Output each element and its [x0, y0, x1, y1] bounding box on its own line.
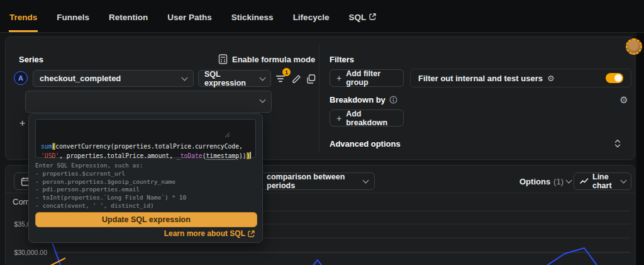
tab-label: Funnels: [57, 13, 89, 22]
options-count: (1): [553, 177, 564, 186]
chart-type-value: Line chart: [592, 172, 618, 190]
page-edge: [636, 33, 644, 265]
tab-retention[interactable]: Retention: [108, 2, 148, 32]
add-breakdown-label: Add breakdown: [346, 110, 397, 127]
resize-handle-icon[interactable]: [225, 113, 254, 156]
tab-stickiness[interactable]: Stickiness: [231, 2, 274, 32]
sql-help-line: - toInt(properties.`Long Field Name`) * …: [35, 194, 186, 202]
chart-type-select[interactable]: Line chart: [574, 172, 631, 190]
sql-help-line: - properties.$current_url: [35, 170, 186, 178]
breakdown-heading: Breakdown by: [330, 95, 386, 104]
edit-series-pencil-icon[interactable]: [290, 72, 303, 85]
sql-code-editor[interactable]: sum(convertCurrency(properties.totalPric…: [35, 119, 256, 158]
sql-expression-display[interactable]: sum(convertCurrency(properties.totalPric…: [25, 91, 272, 113]
comparison-select-value: comparison between periods: [267, 172, 358, 190]
advanced-options-collapse-icon[interactable]: [613, 138, 622, 149]
breakdown-settings-gear-icon[interactable]: ⚙: [618, 94, 630, 106]
sql-help-line: - person.properties.$geoip_country_name: [35, 178, 186, 186]
info-icon[interactable]: [389, 96, 397, 104]
chevron-down-icon: [621, 178, 627, 184]
calculator-icon: [218, 54, 228, 64]
sql-help-line: - concat(event, ' ', distinct_id): [35, 202, 186, 210]
comparison-select[interactable]: comparison between periods: [258, 172, 375, 190]
sql-help-text: Enter SQL Expression, such as:- properti…: [35, 162, 186, 210]
tab-trends[interactable]: Trends: [9, 2, 38, 32]
plus-icon: +: [336, 73, 341, 83]
chevron-down-icon: [260, 74, 266, 81]
chevron-down-icon: [363, 178, 369, 184]
learn-more-label: Learn more about SQL: [164, 229, 245, 238]
external-link-icon: [369, 13, 376, 22]
sql-code-line: 'USD', properties.totalPrice.amount, _to…: [41, 151, 250, 161]
tab-label: Trends: [9, 13, 37, 22]
options-button[interactable]: Options (1): [513, 172, 571, 190]
add-filter-group-label: Add filter group: [346, 69, 397, 87]
duplicate-series-copy-icon[interactable]: [304, 72, 317, 85]
filter-count-badge: 1: [282, 68, 291, 76]
plus-icon: +: [336, 113, 341, 123]
filters-heading: Filters: [330, 55, 354, 64]
external-link-icon: [248, 230, 255, 237]
series-a-badge[interactable]: A: [14, 71, 28, 85]
event-select-value: checkout_completed: [40, 74, 182, 83]
internal-users-filter-panel: Filter out internal and test users ⚙: [410, 69, 631, 87]
event-select[interactable]: checkout_completed: [33, 70, 194, 87]
sql-help-line: - pdi.person.properties.email: [35, 186, 186, 194]
tab-user-paths[interactable]: User Paths: [167, 2, 213, 32]
gear-icon[interactable]: ⚙: [547, 74, 555, 83]
tab-label: SQL: [348, 13, 366, 22]
add-series-button[interactable]: +: [19, 118, 25, 129]
tab-lifecycle[interactable]: Lifecycle: [292, 2, 330, 32]
learn-more-sql-link[interactable]: Learn more about SQL: [164, 229, 255, 238]
enable-formula-mode-label: Enable formula mode: [232, 55, 315, 64]
tab-sql[interactable]: SQL: [348, 2, 377, 32]
tab-label: Retention: [109, 13, 148, 22]
insight-tab-bar: TrendsFunnelsRetentionUser PathsStickine…: [0, 0, 644, 33]
math-select-value: SQL expression: [204, 70, 260, 87]
line-chart-icon: [580, 178, 589, 185]
app-root: TrendsFunnelsRetentionUser PathsStickine…: [0, 0, 644, 265]
math-select[interactable]: SQL expression: [198, 70, 271, 87]
tab-label: User Paths: [167, 13, 212, 22]
add-filter-group-button[interactable]: + Add filter group: [330, 69, 404, 87]
tab-label: Lifecycle: [293, 13, 330, 22]
sql-code-line: sum(convertCurrency(properties.totalPric…: [41, 142, 250, 151]
chevron-down-icon: [260, 97, 266, 103]
sql-help-line: Enter SQL Expression, such as:: [35, 162, 186, 170]
chevron-down-icon: [566, 178, 572, 184]
chevron-down-icon: [182, 74, 188, 81]
advanced-options-heading: Advanced options: [330, 139, 401, 149]
series-heading: Series: [19, 55, 43, 64]
update-sql-expression-button[interactable]: Update SQL expression: [35, 212, 257, 227]
add-breakdown-button[interactable]: + Add breakdown: [330, 110, 404, 127]
user-avatar[interactable]: [626, 38, 642, 55]
options-label: Options: [519, 177, 550, 186]
sql-expression-popup: sum(convertCurrency(properties.totalPric…: [28, 113, 263, 243]
internal-users-toggle[interactable]: [606, 73, 623, 83]
tab-label: Stickiness: [231, 13, 274, 22]
internal-users-filter-label: Filter out internal and test users: [418, 74, 543, 83]
enable-formula-mode-button[interactable]: Enable formula mode: [218, 54, 315, 64]
tab-funnels[interactable]: Funnels: [56, 2, 90, 32]
panel-divider: [319, 44, 319, 152]
